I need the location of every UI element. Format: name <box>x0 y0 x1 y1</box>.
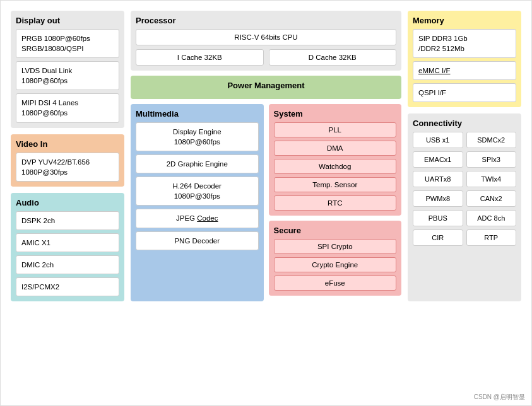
connectivity-title: Connectivity <box>413 119 516 128</box>
memory-item-1: SIP DDR3 1Gb/DDR2 512Mb <box>413 29 516 58</box>
audio-item-3: DMIC 2ch <box>16 255 119 274</box>
conn-twi: TWIx4 <box>466 171 517 187</box>
processor-cpu: RISC-V 64bits CPU <box>136 29 396 45</box>
icache-item: I Cache 32KB <box>136 49 264 66</box>
processor-section: Processor RISC-V 64bits CPU I Cache 32KB… <box>131 11 401 71</box>
display-item-1: PRGB 1080P@60fpsSRGB/18080/QSPI <box>16 29 119 58</box>
audio-item-1: DSPK 2ch <box>16 211 119 230</box>
secure-item-crypto: Crypto Engine <box>274 257 397 272</box>
audio-item-4: I2S/PCMX2 <box>16 277 119 296</box>
processor-title: Processor <box>136 16 396 25</box>
conn-uart: UARTx8 <box>413 171 463 187</box>
conn-spi: SPIx3 <box>466 151 517 168</box>
sys-secure-column: System PLL DMA Watchdog Temp. Sensor RTC… <box>269 104 402 301</box>
sys-item-watchdog: Watchdog <box>274 159 397 174</box>
power-management-section: Power Management <box>131 76 401 99</box>
secure-item-efuse: eFuse <box>274 276 397 291</box>
audio-section: Audio DSPK 2ch AMIC X1 DMIC 2ch I2S/PCMX… <box>11 193 124 301</box>
display-out-section: Display out PRGB 1080P@60fpsSRGB/18080/Q… <box>11 11 124 128</box>
processor-cache-row: I Cache 32KB D Cache 32KB <box>136 49 396 66</box>
audio-title: Audio <box>16 198 119 207</box>
secure-item-spi: SPI Crypto <box>274 239 397 254</box>
secure-section: Secure SPI Crypto Crypto Engine eFuse <box>269 221 402 296</box>
mm-item-3: H.264 Decoder1080P@30fps <box>136 177 259 206</box>
video-in-title: Video In <box>16 139 119 149</box>
left-column: Display out PRGB 1080P@60fpsSRGB/18080/Q… <box>11 11 124 301</box>
display-out-title: Display out <box>16 16 119 25</box>
main-grid: Display out PRGB 1080P@60fpsSRGB/18080/Q… <box>11 11 521 301</box>
center-column: Processor RISC-V 64bits CPU I Cache 32KB… <box>131 11 401 301</box>
mm-item-4: JPEG Codec <box>136 209 259 228</box>
system-section: System PLL DMA Watchdog Temp. Sensor RTC <box>269 104 402 216</box>
audio-item-2: AMIC X1 <box>16 233 119 252</box>
video-in-section: Video In DVP YUV422/BT.6561080P@30fps <box>11 134 124 187</box>
memory-section: Memory SIP DDR3 1Gb/DDR2 512Mb eMMC I/F … <box>408 11 521 107</box>
conn-adc: ADC 8ch <box>466 210 517 226</box>
multimedia-title: Multimedia <box>136 109 259 119</box>
memory-title: Memory <box>413 16 516 25</box>
memory-item-3: QSPI I/F <box>413 83 516 102</box>
system-title: System <box>274 109 397 119</box>
conn-usb: USB x1 <box>413 132 463 148</box>
conn-emac: EMACx1 <box>413 151 463 168</box>
sys-item-rtc: RTC <box>274 195 397 211</box>
diagram-container: Display out PRGB 1080P@60fpsSRGB/18080/Q… <box>0 0 532 406</box>
display-item-2: LVDS Dual Link1080P@60fps <box>16 61 119 90</box>
dcache-item: D Cache 32KB <box>269 49 397 66</box>
display-item-3: MIPI DSI 4 Lanes1080P@60fps <box>16 93 119 122</box>
conn-pbus: PBUS <box>413 210 463 226</box>
conn-rtp: RTP <box>466 229 517 246</box>
video-in-item-1: DVP YUV422/BT.6561080P@30fps <box>16 153 119 182</box>
memory-item-2: eMMC I/F <box>413 61 516 80</box>
conn-cir: CIR <box>413 229 463 246</box>
sys-item-pll: PLL <box>274 122 397 137</box>
connectivity-grid: USB x1 SDMCx2 EMACx1 SPIx3 UARTx8 TWIx4 … <box>413 132 516 246</box>
right-column: Memory SIP DDR3 1Gb/DDR2 512Mb eMMC I/F … <box>408 11 521 301</box>
watermark: CSDN @启明智显 <box>474 393 525 402</box>
connectivity-section: Connectivity USB x1 SDMCx2 EMACx1 SPIx3 … <box>408 113 521 301</box>
power-title: Power Management <box>136 81 396 90</box>
multimedia-section: Multimedia Display Engine1080P@60fps 2D … <box>131 104 264 301</box>
mm-item-1: Display Engine1080P@60fps <box>136 122 259 151</box>
mm-item-5: PNG Decoder <box>136 231 259 250</box>
conn-pwm: PWMx8 <box>413 190 463 207</box>
mm-item-2: 2D Graphic Engine <box>136 154 259 173</box>
conn-can: CANx2 <box>466 190 517 207</box>
lower-center: Multimedia Display Engine1080P@60fps 2D … <box>131 104 401 301</box>
sys-item-temp: Temp. Sensor <box>274 177 397 192</box>
secure-title: Secure <box>274 226 397 235</box>
conn-sdmc: SDMCx2 <box>466 132 517 148</box>
sys-item-dma: DMA <box>274 141 397 156</box>
